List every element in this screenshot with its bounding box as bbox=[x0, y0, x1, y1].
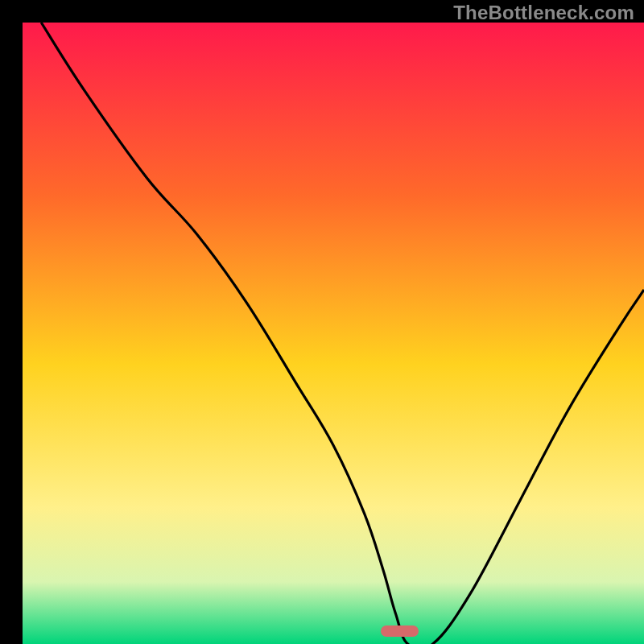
watermark-text: TheBottleneck.com bbox=[453, 2, 634, 24]
optimum-marker bbox=[381, 625, 418, 637]
gradient-background bbox=[23, 23, 644, 644]
bottleneck-chart bbox=[23, 23, 644, 644]
chart-frame bbox=[11, 11, 633, 633]
